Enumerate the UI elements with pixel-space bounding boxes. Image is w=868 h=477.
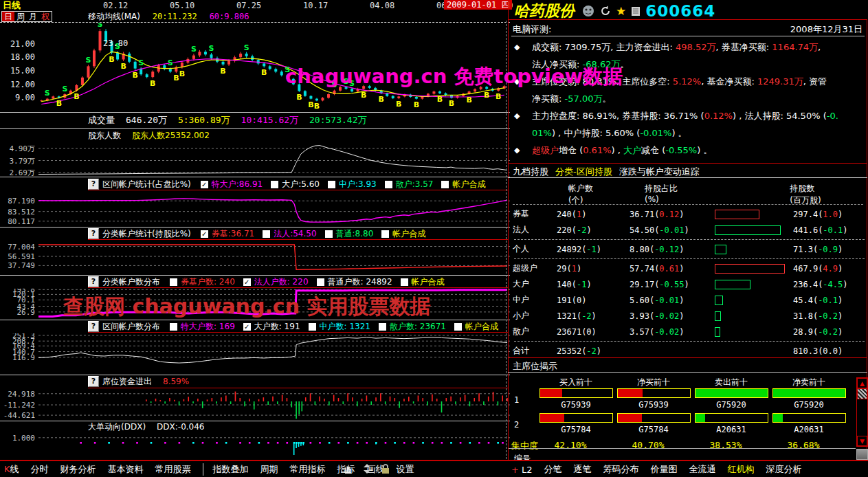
menu-item-周期[interactable]: 周期 — [260, 463, 278, 476]
menu-item-K线[interactable]: K线 — [4, 463, 19, 476]
holdings-tab[interactable]: 分类-区间持股 — [555, 166, 612, 177]
menu-item-深度分析[interactable]: 深度分析 — [766, 463, 802, 476]
opera-mask-icon[interactable] — [581, 4, 595, 18]
text-segment: 分笔 — [544, 464, 562, 474]
text-segment: ) , 法人持股: 54.50% ( — [733, 111, 827, 121]
resize-corner[interactable] — [856, 449, 868, 460]
scrollbar[interactable]: ▲ ▼ — [856, 377, 868, 447]
menu-item-分时[interactable]: 分时 — [31, 463, 49, 476]
header-underline — [88, 332, 509, 333]
checkbox[interactable] — [381, 230, 389, 238]
checkbox[interactable] — [379, 323, 386, 331]
menu-item-逐笔[interactable]: 逐笔 — [574, 463, 592, 476]
text-segment: ) — [586, 225, 591, 235]
text-segment: 5.60 — [630, 296, 649, 305]
checkbox-checked[interactable]: ✓ — [201, 181, 208, 188]
checkbox-checked[interactable]: ✓ — [201, 230, 208, 238]
menu-item-+ L2[interactable]: + L2 — [511, 465, 533, 475]
checkbox[interactable] — [325, 230, 333, 238]
stock-code: 600664 — [645, 2, 715, 20]
checkbox[interactable] — [309, 323, 316, 331]
menu-item-筹码分布[interactable]: 筹码分布 — [603, 463, 639, 476]
checkbox[interactable] — [263, 230, 270, 238]
tab-period-周[interactable]: 周 — [14, 12, 27, 21]
star-icon[interactable]: ★ — [616, 4, 626, 18]
help-icon[interactable]: ? — [88, 228, 99, 239]
holder-row-超级户: 超级户29(1)57.74(0.61)467.9(4.9) — [513, 260, 865, 276]
svg-text:S: S — [191, 45, 197, 54]
svg-text:26.9: 26.9 — [17, 308, 36, 317]
scroll-down-arrow[interactable]: ▼ — [857, 436, 867, 446]
holding-bar — [715, 311, 721, 321]
text-segment: -0.2 — [818, 327, 838, 337]
legend-label: 券基:36.71 — [212, 229, 254, 239]
scrollbar-thumb[interactable] — [857, 388, 867, 399]
menu-item-价量图[interactable]: 价量图 — [651, 463, 678, 476]
text-segment: 498.52万 — [676, 42, 716, 52]
checkbox[interactable] — [385, 181, 392, 188]
checkbox[interactable] — [441, 181, 449, 188]
checkbox[interactable] — [170, 278, 177, 286]
updown-arrows-icon[interactable] — [363, 463, 371, 474]
help-icon[interactable]: ? — [88, 376, 99, 387]
menu-item-设置[interactable]: 设置 — [397, 463, 414, 476]
seat-bar — [772, 413, 846, 423]
menu-item-指数叠加[interactable]: 指数叠加 — [213, 463, 249, 476]
scroll-up-arrow[interactable]: ▲ — [857, 378, 867, 388]
lock-icon[interactable] — [381, 463, 390, 474]
date-axis: 02.1205.1007.2510.1704.0806.2510 — [0, 0, 510, 10]
menu-item-基本资料[interactable]: 基本资料 — [108, 463, 144, 476]
svg-text:B: B — [396, 100, 401, 109]
text-segment: -1 — [586, 245, 596, 254]
checkbox[interactable] — [170, 323, 177, 331]
legend-label: 大户数: 191 — [254, 322, 300, 332]
holdings-tab[interactable]: 九档持股 — [513, 166, 548, 177]
svg-text:S: S — [98, 23, 103, 29]
checkbox[interactable] — [271, 181, 278, 188]
checkbox[interactable] — [317, 278, 324, 286]
help-icon[interactable]: ? — [88, 179, 99, 190]
menu-item-财务分析[interactable]: 财务分析 — [60, 463, 96, 476]
text-segment: 价量图 — [651, 464, 678, 474]
hand-tool-icon[interactable] — [342, 463, 353, 474]
checkbox-checked[interactable]: ✓ — [243, 278, 251, 286]
holder-row-大户: 大户140(-1)29.17(-0.55)236.4(-4.5) — [513, 276, 865, 292]
holding-bar — [715, 225, 781, 235]
text-segment: ) — [838, 264, 843, 274]
svg-text:B: B — [120, 62, 126, 71]
svg-text:18.00: 18.00 — [10, 52, 35, 62]
ma-title: 移动均线(MA) — [88, 12, 140, 21]
interval-account-dist-chart: 251.3208.7169.4140.7116.9 — [0, 333, 510, 374]
menu-item-全流通[interactable]: 全流通 — [689, 463, 716, 476]
text-segment: ) — [581, 210, 586, 219]
help-icon[interactable]: ? — [88, 276, 99, 287]
menu-item-分笔[interactable]: 分笔 — [544, 463, 562, 476]
text-segment: 01% — [532, 128, 552, 138]
legend-label: 普通:8.80 — [336, 229, 374, 239]
axis-date-label: 05.10 — [170, 1, 194, 10]
checkbox[interactable] — [328, 181, 335, 188]
text-segment: 1249.31万 — [757, 76, 803, 87]
help-icon[interactable]: ? — [88, 321, 99, 332]
checkbox[interactable] — [401, 278, 408, 286]
refresh-icon[interactable] — [599, 5, 612, 17]
svg-text:56.591: 56.591 — [8, 252, 35, 261]
menu-item-红机构[interactable]: 红机构 — [728, 463, 755, 476]
volume-readout-item: 20:573.42万 — [309, 115, 366, 125]
tab-period-月[interactable]: 月 — [27, 12, 39, 21]
holdings-tab[interactable]: 涨跌与帐户变动追踪 — [619, 166, 700, 177]
ddx-chart: 1.000 — [0, 432, 510, 459]
menu-item-常用指标[interactable]: 常用指标 — [290, 463, 326, 476]
text-segment: 大户 — [623, 145, 641, 155]
checkbox-checked[interactable]: ✓ — [243, 323, 251, 331]
text-segment: -1 — [577, 280, 586, 289]
svg-text:B: B — [261, 68, 267, 77]
tab-period-权[interactable]: 权 — [39, 12, 52, 21]
document-icon[interactable] — [630, 5, 641, 17]
tab-period-日[interactable]: 日 — [2, 12, 14, 21]
checkbox[interactable] — [454, 323, 462, 331]
svg-text:83.512: 83.512 — [8, 208, 35, 217]
menu-item-常用股票[interactable]: 常用股票 — [155, 463, 191, 476]
holding-bar — [715, 210, 759, 219]
header-underline — [88, 287, 509, 288]
